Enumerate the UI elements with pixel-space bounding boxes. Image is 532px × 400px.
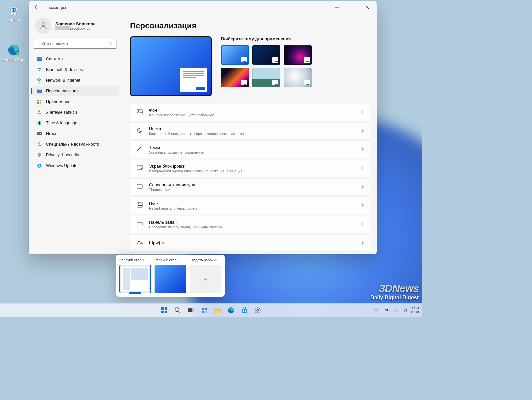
back-button[interactable] (30, 5, 42, 11)
settings-card-title: Цвета (149, 126, 244, 131)
start-button[interactable] (159, 305, 170, 316)
svg-point-6 (109, 42, 112, 45)
svg-rect-46 (165, 311, 167, 313)
task-view-desktop[interactable]: Рабочий стол 2 (154, 258, 186, 293)
theme-thumbnail[interactable] (284, 68, 312, 87)
svg-rect-58 (245, 310, 246, 311)
nav-label: Система (46, 57, 63, 61)
content: Персонализация Выберите тему для примене… (122, 14, 377, 254)
nav-label: Игры (46, 131, 56, 136)
app-title: Параметры (45, 5, 66, 10)
svg-rect-10 (37, 100, 39, 101)
svg-rect-56 (242, 309, 247, 313)
svg-rect-52 (202, 311, 204, 313)
settings-card[interactable]: Панель задач Поведение панели задач, ПИН… (130, 216, 370, 233)
theme-thumbnail[interactable] (221, 45, 249, 65)
svg-rect-31 (139, 185, 139, 186)
sidebar-item[interactable]: Приложения (32, 96, 119, 107)
account-block[interactable]: Someone Someone xxxxxxxx@outlook.com (31, 15, 119, 39)
settings-card-title: Панель задач (149, 220, 223, 225)
sidebar-item[interactable]: Windows Update (32, 160, 119, 171)
settings-card-icon (136, 202, 143, 209)
sidebar-item[interactable]: Bluetooth & devices (32, 64, 119, 75)
sidebar-item[interactable]: Учетные записи (32, 107, 119, 118)
sidebar-item[interactable]: Система (32, 54, 119, 64)
nav-label: Учетные записи (46, 110, 77, 115)
explorer-button[interactable] (212, 305, 223, 316)
desktop-icon-label: Microsoft Edge (2, 58, 25, 62)
sidebar-item[interactable]: Игры (32, 128, 119, 139)
settings-button[interactable] (252, 305, 263, 316)
settings-card[interactable]: Шрифты (130, 234, 370, 252)
settings-card-icon (136, 109, 143, 116)
settings-card-subtitle: Поведение панели задач, ПИН-коды системы (149, 225, 223, 229)
task-view-label: Создать рабочий... (190, 258, 221, 263)
clock[interactable]: 15:42 2.7.21 (411, 307, 419, 314)
svg-rect-59 (243, 311, 244, 312)
desktop-icon-edge[interactable]: Microsoft Edge (2, 43, 25, 62)
svg-rect-12 (37, 102, 39, 104)
search-button[interactable] (172, 305, 183, 316)
nav-icon (37, 89, 42, 93)
onedrive-icon[interactable] (374, 308, 378, 313)
theme-thumbnail[interactable] (221, 68, 249, 87)
settings-card[interactable]: Темы Установка, создание, управление (130, 141, 370, 158)
svg-point-24 (141, 129, 141, 130)
theme-thumbnail[interactable] (252, 45, 280, 65)
task-view-button[interactable] (185, 305, 197, 316)
search-input[interactable]: Найти параметр (34, 39, 117, 49)
maximize-button[interactable] (345, 1, 360, 14)
volume-icon[interactable] (402, 308, 407, 313)
nav-icon (37, 57, 42, 61)
svg-point-14 (38, 110, 40, 112)
widgets-button[interactable] (199, 305, 210, 316)
svg-rect-44 (165, 307, 167, 310)
plus-icon: ＋ (202, 275, 209, 284)
edge-button[interactable] (225, 305, 237, 316)
settings-card[interactable]: Сенсорная клавиатура Themes, size (130, 178, 370, 196)
svg-rect-32 (140, 185, 140, 186)
nav-label: Windows Update (46, 163, 78, 168)
nav-icon (37, 78, 42, 83)
chevron-right-icon (361, 203, 364, 209)
sidebar-item[interactable]: Специальные возможности (32, 139, 119, 150)
task-view-new-desktop[interactable]: Создать рабочий...＋ (190, 258, 221, 293)
svg-rect-13 (40, 102, 41, 104)
page-title: Персонализация (130, 21, 370, 30)
nav-label: Time & language (46, 121, 77, 125)
settings-card[interactable]: Цвета Контрастный цвет, эффекты прозрачн… (130, 122, 370, 140)
search-icon (108, 42, 113, 46)
close-button[interactable] (360, 1, 375, 14)
settings-card[interactable]: Фон Фоновое изображение, цвет, слайд-шоу (130, 104, 370, 121)
desktop-icon-recycle-bin[interactable]: Корзина (2, 3, 25, 22)
sidebar-item[interactable]: Time & language (32, 118, 119, 128)
nav-icon (37, 153, 42, 157)
settings-card[interactable]: Пуск Recent apps and items, folders (130, 197, 370, 214)
sidebar-item[interactable]: Network & internet (32, 75, 119, 86)
settings-window: Параметры Someone Someone xxxxxxxx@outlo… (29, 1, 377, 254)
system-tray[interactable]: ENG 15:42 2.7.21 (366, 307, 419, 314)
chevron-up-icon[interactable] (366, 309, 370, 312)
network-icon[interactable] (394, 308, 398, 313)
theme-thumbnail[interactable] (284, 45, 312, 65)
chevron-right-icon (361, 109, 364, 115)
minimize-button[interactable] (329, 1, 345, 14)
svg-point-21 (138, 111, 139, 112)
svg-rect-42 (139, 223, 139, 224)
svg-rect-0 (11, 6, 16, 8)
task-view-desktop[interactable]: Рабочий стол 1 (119, 258, 151, 293)
edge-icon (6, 43, 21, 57)
settings-card-title: Фон (149, 108, 214, 113)
theme-thumbnail[interactable] (252, 68, 280, 87)
nav-icon (37, 99, 42, 104)
sidebar-item[interactable]: Privacy & security (32, 150, 119, 160)
store-button[interactable] (239, 305, 250, 316)
svg-point-61 (257, 309, 259, 311)
settings-card[interactable]: Экран блокировки Изображения экрана блок… (130, 160, 370, 177)
svg-rect-41 (138, 223, 138, 224)
task-view-label: Рабочий стол 2 (154, 258, 186, 263)
svg-rect-38 (138, 205, 139, 206)
lang-indicator[interactable]: ENG (382, 308, 390, 312)
sidebar-item[interactable]: Персонализация (32, 86, 119, 96)
svg-rect-4 (351, 6, 354, 9)
